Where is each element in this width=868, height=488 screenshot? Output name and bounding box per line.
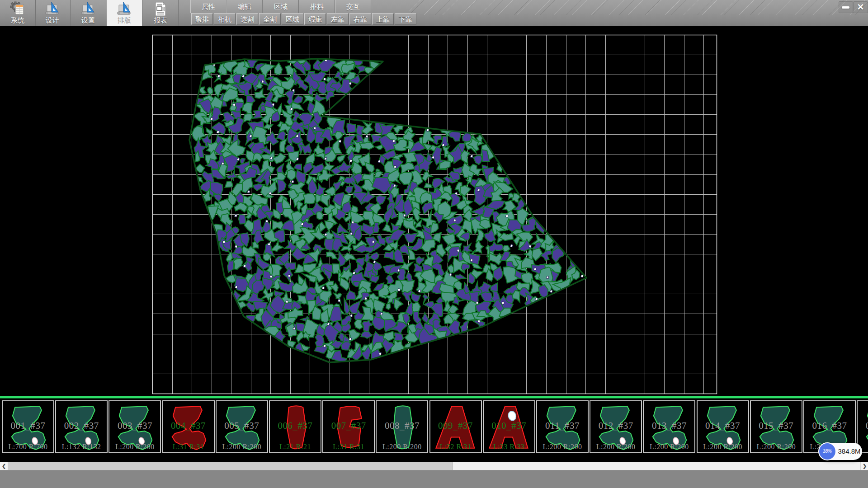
progress-badge: 38% — [818, 442, 836, 460]
action-button-3[interactable]: 选割 — [236, 13, 258, 25]
part-cell-006_#37[interactable]: 006_#37L:21 R:21 — [269, 400, 321, 453]
parts-scrollbar[interactable]: ❮ ❯ — [0, 462, 868, 470]
part-name: 008_#37 — [377, 420, 427, 432]
layout-ruler-icon — [116, 1, 132, 17]
scrollbar-thumb[interactable] — [8, 462, 453, 470]
part-cell-013_#37[interactable]: 013_#37L:200 R:200 — [643, 400, 695, 453]
main-toolbar: 系统设计设置排版报表 属性编辑区域排料交互 聚排相机选割全割区域瑕疵左靠右靠上靠… — [0, 0, 868, 26]
mode-button-5[interactable]: 报表 — [143, 0, 179, 26]
status-bar — [0, 470, 868, 488]
part-lr-count: L:200 R:200 — [377, 443, 427, 451]
part-lr-count: L:200 R:200 — [109, 443, 160, 451]
part-lr-count: L:200 R:200 — [590, 443, 641, 451]
part-cell-010_#37[interactable]: 010_#37L:33 R:33 — [483, 400, 535, 453]
part-name: 005_#37 — [217, 420, 267, 432]
part-lr-count: L:21 R:21 — [270, 443, 321, 451]
part-lr-count: L:132 R:132 — [56, 443, 107, 451]
minimize-icon — [842, 6, 849, 9]
part-name: 007_#37 — [323, 420, 374, 432]
action-button-4[interactable]: 全割 — [259, 13, 281, 25]
part-cell-003_#37[interactable]: 003_#37L:200 R:200 — [108, 400, 161, 453]
mode-button-label: 设置 — [71, 16, 106, 25]
parts-thumbnail-strip: 001_#37L:700 R:700002_#37L:132 R:132003_… — [0, 400, 868, 453]
part-lr-count: L:32 R:31 — [430, 443, 481, 451]
part-cell-002_#37[interactable]: 002_#37L:132 R:132 — [55, 400, 108, 453]
nesting-workspace-canvas[interactable] — [0, 26, 868, 396]
menu-tab-3[interactable]: 区域 — [263, 0, 299, 13]
part-cell-012_#37[interactable]: 012_#37L:200 R:200 — [590, 400, 642, 453]
part-cell-009_#37[interactable]: 009_#37L:32 R:31 — [429, 400, 482, 453]
part-cell-015_#37[interactable]: 015_#37L:200 R:200 — [750, 400, 802, 453]
part-name: 009_#37 — [430, 420, 481, 432]
part-name: 002_#37 — [56, 420, 107, 432]
scroll-right-button[interactable]: ❯ — [860, 462, 868, 470]
part-cell-007_#37[interactable]: 007_#37L:31 R:31 — [322, 400, 375, 453]
menu-tab-2[interactable]: 编辑 — [226, 0, 263, 13]
part-name: 004_#37 — [163, 420, 214, 432]
action-button-1[interactable]: 聚排 — [191, 13, 213, 25]
part-name: 016_#37 — [804, 420, 855, 432]
part-lr-count: L:200 R:200 — [698, 443, 748, 451]
part-lr-count: L:31 R:31 — [163, 443, 214, 451]
mode-button-label: 排版 — [107, 16, 142, 25]
mode-button-label: 系统 — [0, 16, 35, 25]
part-lr-count: L:200 R:200 — [751, 443, 802, 451]
memory-value: 384.8M — [836, 443, 862, 460]
part-name: 010_#37 — [484, 420, 534, 432]
report-doc-icon — [152, 1, 169, 17]
action-button-5[interactable]: 区域 — [282, 13, 303, 25]
part-cell-004_#37[interactable]: 004_#37L:31 R:31 — [162, 400, 215, 453]
action-button-6[interactable]: 瑕疵 — [304, 13, 326, 25]
mode-button-4[interactable]: 排版 — [107, 0, 142, 26]
action-button-7[interactable]: 左靠 — [327, 13, 349, 25]
menu-tab-row: 属性编辑区域排料交互 — [190, 0, 371, 13]
mode-button-2[interactable]: 设计 — [35, 0, 71, 26]
part-name: 006_#37 — [270, 420, 321, 432]
action-button-2[interactable]: 相机 — [214, 13, 236, 25]
part-cell-011_#37[interactable]: 011_#37L:200 R:200 — [536, 400, 589, 453]
part-lr-count: L:200 R:200 — [537, 443, 588, 451]
part-cell-005_#37[interactable]: 005_#37L:200 R:200 — [216, 400, 268, 453]
menu-tab-5[interactable]: 交互 — [335, 0, 371, 13]
part-lr-count: L:700 R:700 — [3, 443, 53, 451]
part-name: 012_#37 — [590, 420, 641, 432]
part-name: 001_#37 — [3, 420, 53, 432]
part-name: 011_#37 — [537, 420, 588, 432]
mode-button-label: 报表 — [143, 16, 178, 25]
part-name: 014_#37 — [698, 420, 748, 432]
part-lr-count: L:33 R:33 — [484, 443, 534, 451]
part-cell-008_#37[interactable]: 008_#37L:200 R:200 — [376, 400, 428, 453]
system-gear-icon — [9, 1, 26, 17]
mode-button-label: 设计 — [35, 16, 70, 25]
action-button-8[interactable]: 右靠 — [349, 13, 371, 25]
action-button-row: 聚排相机选割全割区域瑕疵左靠右靠上靠下靠 — [191, 13, 417, 26]
scroll-left-button[interactable]: ❮ — [0, 462, 8, 470]
mode-button-3[interactable]: 设置 — [71, 0, 106, 26]
part-name: 013_#37 — [644, 420, 694, 432]
menu-tab-4[interactable]: 排料 — [299, 0, 335, 13]
close-icon: ✕ — [854, 2, 868, 13]
menu-tab-1[interactable]: 属性 — [190, 0, 226, 13]
part-name: 017_#37 — [858, 420, 868, 432]
part-cell-014_#37[interactable]: 014_#37L:200 R:200 — [697, 400, 749, 453]
action-button-10[interactable]: 下靠 — [395, 13, 416, 25]
settings-ruler-icon — [80, 1, 96, 17]
action-button-9[interactable]: 上靠 — [372, 13, 394, 25]
toolbar-texture — [409, 0, 868, 15]
minimize-button[interactable] — [839, 1, 853, 13]
mode-button-1[interactable]: 系统 — [0, 0, 36, 26]
part-lr-count: L:31 R:31 — [323, 443, 374, 451]
part-name: 015_#37 — [751, 420, 802, 432]
part-cell-001_#37[interactable]: 001_#37L:700 R:700 — [2, 400, 54, 453]
part-lr-count: L:200 R:200 — [644, 443, 694, 451]
part-name: 003_#37 — [109, 420, 160, 432]
part-lr-count: L:200 R:200 — [217, 443, 267, 451]
panel-accent-line-shadow — [0, 398, 868, 399]
design-ruler-icon — [44, 1, 61, 17]
close-button[interactable]: ✕ — [853, 1, 868, 13]
